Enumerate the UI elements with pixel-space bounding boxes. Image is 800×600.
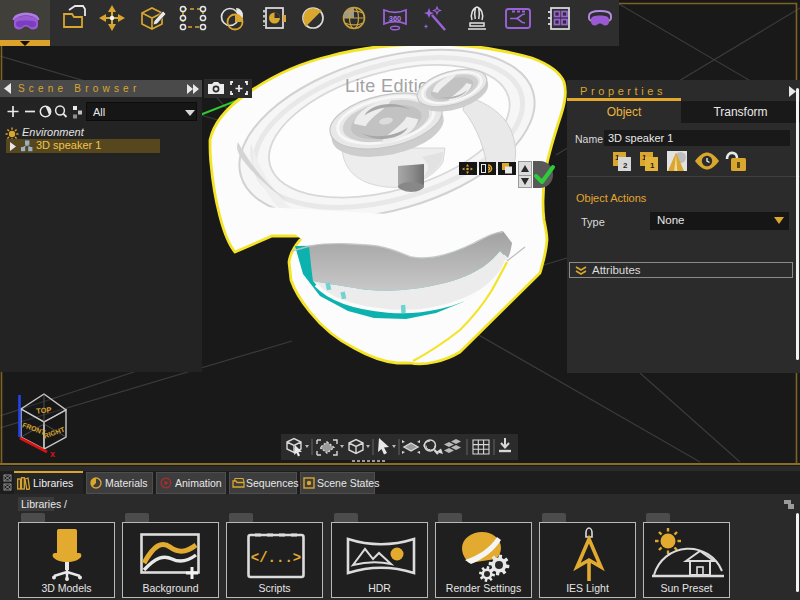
svg-text:2: 2 <box>623 161 628 170</box>
svg-text:360: 360 <box>389 14 402 23</box>
svg-text:</...>: </...> <box>251 550 301 566</box>
svg-text:x: x <box>50 449 55 459</box>
svg-text:TOP: TOP <box>36 405 52 416</box>
svg-text:1: 1 <box>650 161 655 170</box>
